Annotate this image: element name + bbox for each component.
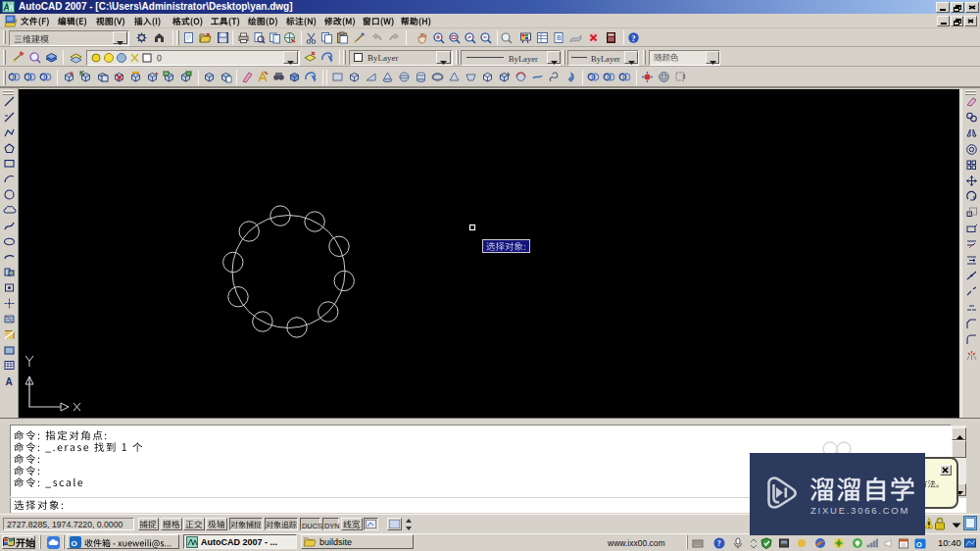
svg-text:3: 3 [682, 74, 686, 79]
svg-text:O: O [916, 540, 922, 549]
svg-text:A: A [6, 376, 13, 387]
svg-text:O: O [72, 539, 77, 548]
svg-text:?: ? [631, 33, 635, 43]
svg-text:?: ? [717, 539, 721, 548]
svg-text:B: B [557, 34, 562, 41]
